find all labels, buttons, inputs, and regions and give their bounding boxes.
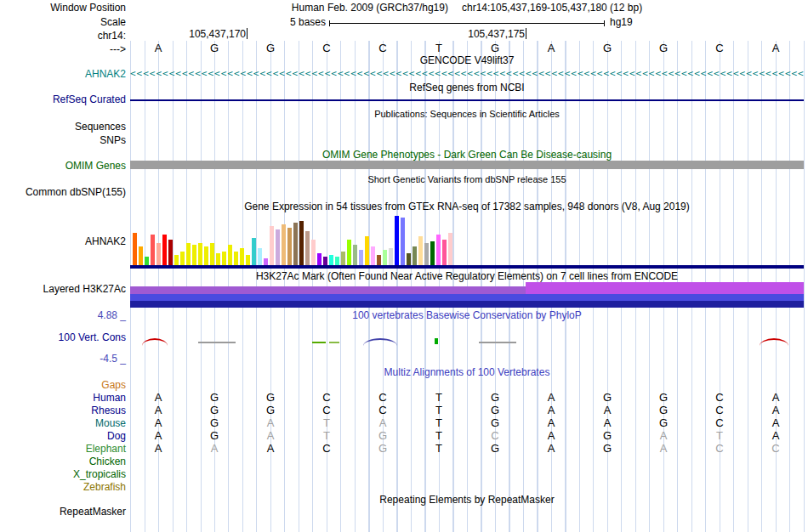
publications-track-title[interactable]: Publications: Sequences in Scientific Ar… [130,109,804,119]
species-label[interactable]: X_tropicalis [0,468,126,480]
base-letter: C [711,42,728,54]
species-label[interactable]: Elephant [0,443,126,455]
gencode-track-title[interactable]: GENCODE V49lift37 [130,54,804,66]
gencode-gene-label[interactable]: AHNAK2 [0,68,126,80]
alignment-base: C [711,404,728,416]
coordinate-label: 105,437,170 [152,28,248,39]
phylop-mark [479,342,516,343]
gtex-expression-bar [192,245,196,265]
alignment-base: G [374,442,391,455]
alignment-row-gaps: Gaps [0,378,808,391]
dbsnp-track-label[interactable]: Common dbSNP(155) [0,186,126,198]
refseq-track-title[interactable]: RefSeq genes from NCBI [130,82,804,93]
base-letter: C [318,42,335,54]
species-label[interactable]: Gaps [0,379,126,391]
omim-track-title[interactable]: OMIM Gene Phenotypes - Dark Green Can Be… [130,149,804,161]
gtex-expression-bar [282,224,286,265]
gtex-expression-bar [162,235,167,265]
gtex-expression-bar [139,246,143,265]
alignment-base: G [487,416,504,429]
gtex-expression-bar [305,231,310,265]
gtex-expression-bar [234,252,238,265]
phylop-track-label[interactable]: 100 Vert. Cons [0,331,126,343]
species-label[interactable]: Zebrafish [0,481,126,493]
alignment-base: T [711,429,728,442]
gtex-expression-bar [216,253,220,265]
base-letter: G [206,42,223,54]
omim-track-label[interactable]: OMIM Genes [0,160,126,172]
gtex-expression-bar [240,248,244,265]
species-label[interactable]: Chicken [0,456,126,467]
phylop-mark [329,342,339,343]
species-label[interactable]: Human [0,392,126,404]
omim-gene-bar[interactable] [130,161,804,169]
phylop-max-score: 4.88 _ [0,309,126,321]
alignment-base: C [711,442,728,455]
gtex-expression-bar [168,240,173,265]
repeatmasker-track-title[interactable]: Repeating Elements by RepeatMasker [130,494,804,506]
alignment-base: G [487,404,504,416]
refseq-track-label[interactable]: RefSeq Curated [0,93,126,105]
alignment-base: C [711,391,728,404]
alignment-row-elephant: ElephantAAACGTGAGACC [0,442,808,455]
gtex-expression-bar [145,257,149,265]
refseq-gene-line[interactable] [130,99,804,101]
alignment-base: T [430,429,447,442]
scale-value: 5 bases [241,16,326,28]
reverse-strand-arrows[interactable]: <<<<<<<<<<<<<<<<<<<<<<<<<<<<<<<<<<<<<<<<… [130,68,804,80]
phylop-track-title[interactable]: 100 vertebrates Basewise Conservation by… [130,309,804,321]
alignment-base: G [262,404,279,416]
publications-sequences-label[interactable]: Sequences [0,121,126,133]
gtex-expression-bar [180,252,185,265]
h3k27ac-layer [526,282,804,294]
alignment-base: A [767,416,784,429]
repeatmasker-track-label[interactable]: RepeatMasker [0,506,126,518]
gtex-expression-bar [329,255,333,265]
gtex-expression-bar [156,243,161,265]
h3k27ac-signal-layers[interactable] [130,282,804,308]
alignment-base: A [599,416,616,429]
alignment-base: A [655,429,672,442]
scale-label: Scale [0,16,126,28]
species-label[interactable]: Rhesus [0,405,126,416]
alignment-base: G [655,391,672,404]
publications-snps-label[interactable]: SNPs [0,134,126,146]
alignment-base: T [430,442,447,455]
window-position-header: Human Feb. 2009 (GRCh37/hg19) chr14:105,… [130,2,804,14]
alignment-base: A [262,416,279,429]
gtex-expression-bar [174,255,179,265]
alignment-base: A [150,391,167,404]
h3k27ac-track-title[interactable]: H3K27Ac Mark (Often Found Near Active Re… [130,270,804,282]
h3k27ac-track-label[interactable]: Layered H3K27Ac [0,283,126,295]
gtex-track-title[interactable]: Gene Expression in 54 tissues from GTEx … [130,201,804,212]
multiz-track-title[interactable]: Multiz Alignments of 100 Vertebrates [130,366,804,378]
alignment-base: G [262,391,279,404]
base-letter: G [655,42,672,54]
alignment-base: G [206,404,223,416]
alignment-base: A [374,416,391,429]
alignment-row-chicken: Chicken [0,455,808,467]
alignment-row-zebrafish: Zebrafish [0,480,808,493]
gtex-expression-bar [442,240,447,265]
alignment-base: T [430,404,447,416]
alignment-base: G [655,416,672,429]
h3k27ac-layer [130,301,804,308]
alignment-base: A [543,429,560,442]
dbsnp-track-title[interactable]: Short Genetic Variants from dbSNP releas… [130,174,804,184]
gtex-expression-bar [133,233,137,265]
gtex-expression-bar [317,253,321,265]
base-letter: A [543,42,560,54]
gtex-bar-chart[interactable] [133,212,592,265]
species-label[interactable]: Dog [0,430,126,442]
gtex-expression-bar [264,258,268,265]
gtex-expression-bar [222,252,226,265]
species-label[interactable]: Mouse [0,417,126,429]
gtex-expression-bar [335,257,339,265]
gtex-gene-label[interactable]: AHNAK2 [0,235,126,247]
gtex-expression-bar [151,235,155,265]
alignment-base: A [262,442,279,455]
base-letter: C [374,42,391,54]
alignment-base: A [543,442,560,455]
alignment-base: A [206,442,223,455]
alignment-base: T [318,429,335,442]
